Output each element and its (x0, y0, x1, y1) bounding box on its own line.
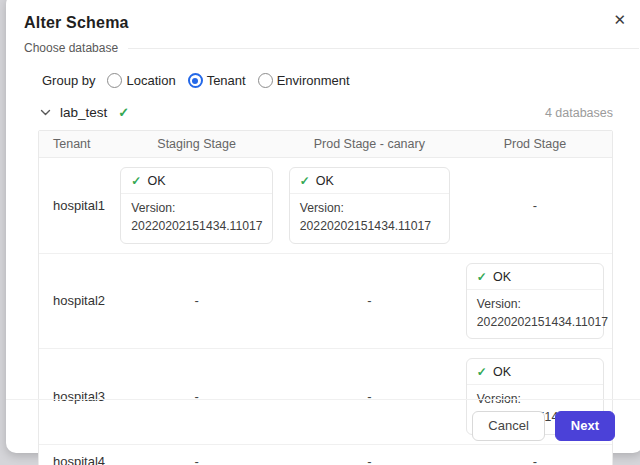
check-icon: ✓ (477, 365, 487, 379)
status-label: OK (316, 174, 334, 188)
stage-cell-empty: - (112, 253, 280, 349)
modal-header: Alter Schema ✕ (6, 0, 640, 32)
status-card-header: ✓OK (290, 168, 449, 194)
table-row: hospital2--✓OKVersion:20220202151434.110… (39, 253, 612, 349)
status-card-body: Version:20220202151434.11017 (290, 194, 449, 243)
stage-cell-empty: - (458, 158, 612, 254)
column-header-canary: Prod Stage - canary (281, 131, 458, 158)
group-by-row: Group by LocationTenantEnvironment (42, 73, 613, 88)
check-icon: ✓ (131, 174, 141, 188)
cancel-button[interactable]: Cancel (472, 411, 544, 441)
alter-schema-modal: Alter Schema ✕ Choose database Group by … (6, 0, 640, 453)
status-card-header: ✓OK (467, 359, 603, 385)
status-card: ✓OKVersion:20220202151434.11017 (466, 263, 604, 340)
stage-cell: ✓OKVersion:20220202151434.11017 (458, 253, 612, 349)
radio-option-location[interactable]: Location (107, 73, 175, 88)
check-icon: ✓ (118, 105, 129, 120)
status-card: ✓OKVersion:20220202151434.11017 (289, 167, 450, 244)
version-label: Version: (131, 199, 261, 217)
status-card-header: ✓OK (467, 264, 603, 290)
table-row: hospital1✓OKVersion:20220202151434.11017… (39, 158, 612, 254)
stage-cell-empty: - (281, 253, 458, 349)
radio-label: Location (126, 73, 175, 88)
group-by-label: Group by (42, 73, 95, 88)
stage-cell: ✓OKVersion:20220202151434.11017 (281, 158, 458, 254)
close-icon[interactable]: ✕ (613, 12, 626, 27)
radio-unselected-icon (258, 73, 273, 88)
version-value: 20220202151434.11017 (131, 217, 261, 235)
version-label: Version: (477, 295, 593, 313)
status-label: OK (493, 365, 511, 379)
group-name: lab_test (60, 105, 107, 120)
divider (128, 48, 639, 49)
next-button[interactable]: Next (555, 411, 615, 441)
table-header: Tenant Staging Stage Prod Stage - canary… (39, 131, 612, 158)
radio-unselected-icon (107, 73, 122, 88)
version-label: Version: (300, 199, 439, 217)
check-icon: ✓ (300, 174, 310, 188)
status-card-body: Version:20220202151434.11017 (467, 290, 603, 339)
database-group-row: lab_test ✓ 4 databases (40, 105, 613, 120)
modal-footer: Cancel Next (6, 399, 640, 453)
group-by-radio-group: LocationTenantEnvironment (107, 73, 361, 88)
tenant-cell: hospital2 (39, 253, 112, 349)
status-label: OK (493, 270, 511, 284)
chevron-down-icon[interactable] (40, 107, 51, 118)
column-header-staging: Staging Stage (112, 131, 280, 158)
column-header-tenant: Tenant (39, 131, 112, 158)
radio-selected-icon (188, 73, 203, 88)
status-label: OK (147, 174, 165, 188)
subtitle-row: Choose database (24, 41, 639, 55)
screen: Alter Schema ✕ Choose database Group by … (0, 0, 640, 465)
tenant-cell: hospital1 (39, 158, 112, 254)
column-header-prod: Prod Stage (458, 131, 612, 158)
radio-label: Tenant (207, 73, 246, 88)
modal-subtitle: Choose database (24, 41, 118, 55)
check-icon: ✓ (477, 270, 487, 284)
status-card: ✓OKVersion:20220202151434.11017 (120, 167, 272, 244)
database-count: 4 databases (545, 106, 613, 120)
status-card-body: Version:20220202151434.11017 (121, 194, 271, 243)
version-value: 20220202151434.11017 (477, 313, 593, 331)
radio-label: Environment (277, 73, 350, 88)
radio-option-environment[interactable]: Environment (258, 73, 350, 88)
status-card-header: ✓OK (121, 168, 271, 194)
version-value: 20220202151434.11017 (300, 217, 439, 235)
stage-cell: ✓OKVersion:20220202151434.11017 (112, 158, 280, 254)
radio-option-tenant[interactable]: Tenant (188, 73, 246, 88)
modal-title: Alter Schema (24, 14, 619, 32)
